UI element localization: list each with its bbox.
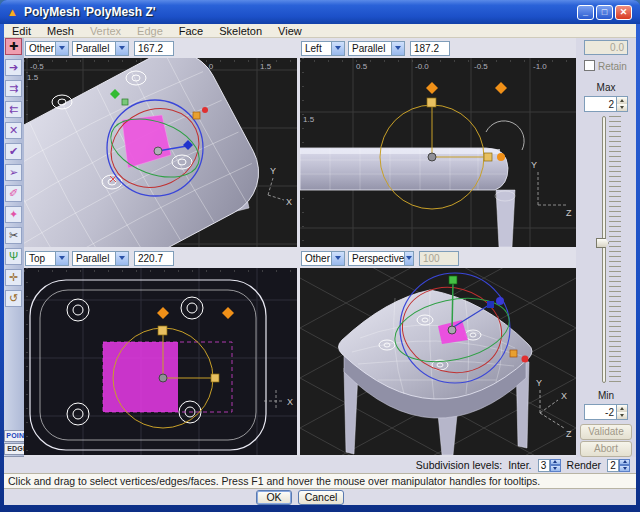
green-square-handle[interactable] bbox=[122, 99, 128, 105]
move-tool-icon[interactable]: ✚ bbox=[5, 38, 22, 55]
svg-text:X: X bbox=[286, 197, 292, 207]
menu-mesh[interactable]: Mesh bbox=[39, 25, 82, 37]
minimize-button[interactable]: _ bbox=[577, 5, 594, 20]
tl-projection-select[interactable]: Parallel bbox=[72, 41, 129, 56]
svg-text:Y: Y bbox=[270, 166, 276, 176]
chevron-down-icon[interactable] bbox=[331, 42, 344, 55]
render-spinner[interactable]: 2 bbox=[607, 459, 630, 472]
red-dot-handle[interactable] bbox=[522, 356, 529, 363]
chevron-down-icon[interactable] bbox=[404, 252, 413, 265]
yellow-square-handle[interactable] bbox=[427, 98, 436, 107]
abort-button[interactable]: Abort bbox=[580, 441, 632, 457]
blue-dot-handle[interactable] bbox=[496, 297, 504, 305]
retain-checkbox[interactable] bbox=[584, 60, 595, 71]
chevron-down-icon[interactable] bbox=[55, 42, 68, 55]
viewport-top-left[interactable]: -0.5 0.5 1.0 1.5 1.5 0.5 0.0 bbox=[24, 58, 297, 247]
tl-zoom-field[interactable]: 167.2 bbox=[134, 41, 174, 56]
menu-view[interactable]: View bbox=[270, 25, 310, 37]
orange-square-handle[interactable] bbox=[510, 350, 517, 357]
rotate-object-tool-icon[interactable]: ↺ bbox=[5, 290, 22, 307]
keyframe-diamond[interactable] bbox=[426, 82, 438, 94]
client-area: Edit Mesh Vertex Edge Face Skeleton View… bbox=[4, 24, 636, 505]
knife-tool-icon[interactable]: ✐ bbox=[5, 185, 22, 202]
manipulator-center[interactable] bbox=[154, 147, 162, 155]
spin-down-icon[interactable] bbox=[617, 104, 627, 111]
tl-axis-tripod bbox=[268, 178, 284, 200]
manipulator-center[interactable] bbox=[428, 153, 436, 161]
chevron-down-icon[interactable] bbox=[115, 42, 128, 55]
maximize-button[interactable]: □ bbox=[596, 5, 613, 20]
menu-skeleton[interactable]: Skeleton bbox=[211, 25, 270, 37]
cut-tool-icon[interactable]: ✂ bbox=[5, 227, 22, 244]
br-axis-labels: Y X Z bbox=[536, 378, 572, 439]
min-spinner[interactable]: -2 bbox=[584, 404, 628, 420]
viewport-canvas-top-right[interactable]: 0.5 -0.0 -0.5 -1.0 1.5 bbox=[300, 58, 576, 247]
green-square-handle[interactable] bbox=[449, 276, 457, 284]
tr-projection-select[interactable]: Parallel bbox=[348, 41, 405, 56]
inter-spinner[interactable]: 3 bbox=[538, 459, 561, 472]
align-tool-icon[interactable]: ✔ bbox=[5, 143, 22, 160]
tr-zoom-field[interactable]: 187.2 bbox=[410, 41, 450, 56]
br-projection-select[interactable]: Perspective bbox=[348, 251, 414, 266]
keyframe-diamond[interactable] bbox=[495, 82, 507, 94]
orange-square-handle[interactable] bbox=[193, 112, 200, 119]
viewport-canvas-bottom-left[interactable]: X bbox=[24, 268, 297, 455]
yellow-square-handle[interactable] bbox=[484, 153, 492, 161]
move-object-tool-icon[interactable]: ✛ bbox=[5, 269, 22, 286]
viewport-tr-controls: Left Parallel 187.2 bbox=[300, 38, 576, 58]
blue-square-handle[interactable] bbox=[487, 301, 494, 308]
chevron-down-icon[interactable] bbox=[115, 252, 128, 265]
close-button[interactable]: ✕ bbox=[615, 5, 632, 20]
slider-thumb[interactable] bbox=[596, 238, 609, 248]
red-dot-handle[interactable] bbox=[202, 107, 208, 113]
mirror-tool-icon[interactable]: ✕ bbox=[5, 122, 22, 139]
spin-down-icon[interactable] bbox=[617, 412, 627, 419]
spin-down-icon[interactable] bbox=[550, 465, 561, 472]
create-face-tool-icon[interactable]: ✦ bbox=[5, 206, 22, 223]
bl-view-select[interactable]: Top bbox=[25, 251, 69, 266]
br-view-select[interactable]: Other bbox=[301, 251, 345, 266]
manipulator-center[interactable] bbox=[159, 374, 167, 382]
menu-face[interactable]: Face bbox=[171, 25, 211, 37]
viewport-canvas-top-left[interactable]: -0.5 0.5 1.0 1.5 1.5 0.5 0.0 bbox=[24, 58, 297, 247]
chevron-down-icon[interactable] bbox=[391, 42, 404, 55]
chevron-down-icon[interactable] bbox=[55, 252, 68, 265]
menu-edge: Edge bbox=[129, 25, 171, 37]
tr-axis-labels: Y Z bbox=[531, 160, 572, 218]
merge-tool-icon[interactable]: ⇉ bbox=[5, 80, 22, 97]
bl-zoom-field[interactable]: 220.7 bbox=[134, 251, 174, 266]
translate-tool-icon[interactable]: ➔ bbox=[5, 59, 22, 76]
inter-label: Inter. bbox=[508, 459, 531, 471]
viewport-top-right[interactable]: 0.5 -0.0 -0.5 -1.0 1.5 bbox=[300, 58, 576, 247]
yellow-square-handle[interactable] bbox=[211, 374, 219, 382]
svg-text:-0.0: -0.0 bbox=[415, 62, 429, 71]
spin-up-icon[interactable] bbox=[617, 405, 627, 412]
bl-projection-select[interactable]: Parallel bbox=[72, 251, 129, 266]
spin-up-icon[interactable] bbox=[617, 97, 627, 104]
title-bar[interactable]: ▲ PolyMesh 'PolyMesh Z' _ □ ✕ bbox=[0, 0, 640, 24]
keyframe-diamond[interactable] bbox=[157, 307, 169, 319]
viewport-canvas-bottom-right[interactable]: Y X Z bbox=[300, 268, 576, 455]
svg-text:Z: Z bbox=[566, 208, 572, 218]
spin-down-icon[interactable] bbox=[619, 465, 630, 472]
tr-view-select[interactable]: Left bbox=[301, 41, 345, 56]
yellow-square-handle[interactable] bbox=[158, 326, 167, 335]
max-spinner[interactable]: 2 bbox=[584, 96, 628, 112]
menu-edit[interactable]: Edit bbox=[4, 25, 39, 37]
chevron-down-icon[interactable] bbox=[331, 252, 344, 265]
select-tool-icon[interactable]: ➢ bbox=[5, 164, 22, 181]
manipulator-center[interactable] bbox=[448, 326, 456, 334]
validate-button[interactable]: Validate bbox=[580, 424, 632, 440]
skeleton-tool-icon[interactable]: Ψ bbox=[5, 248, 22, 265]
weld-tool-icon[interactable]: ⇇ bbox=[5, 101, 22, 118]
viewport-bottom-right[interactable]: Y X Z bbox=[300, 268, 576, 455]
tl-view-select[interactable]: Other bbox=[25, 41, 69, 56]
cancel-button[interactable]: Cancel bbox=[298, 490, 344, 505]
menu-bar: Edit Mesh Vertex Edge Face Skeleton View bbox=[4, 24, 636, 38]
viewport-bottom-left[interactable]: X bbox=[24, 268, 297, 455]
orange-dot-handle[interactable] bbox=[497, 153, 505, 161]
svg-text:Z: Z bbox=[566, 429, 572, 439]
ok-button[interactable]: OK bbox=[256, 490, 292, 505]
slider-track[interactable] bbox=[602, 116, 606, 383]
keyframe-diamond[interactable] bbox=[222, 307, 234, 319]
